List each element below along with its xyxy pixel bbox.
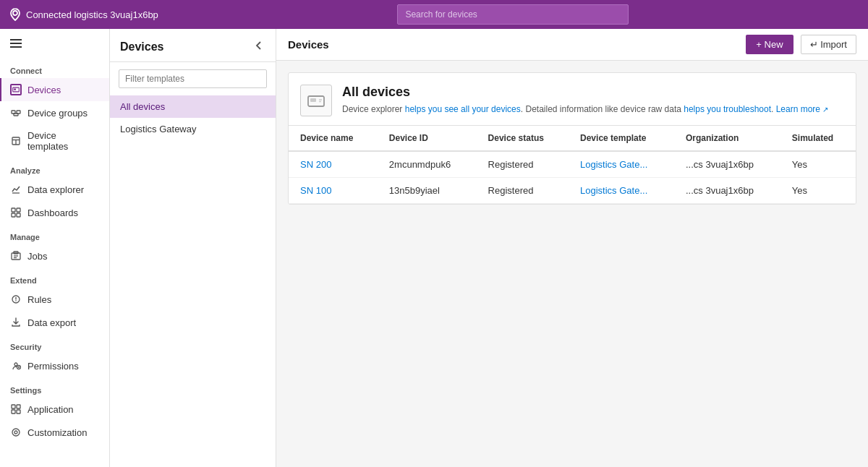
svg-rect-14 bbox=[17, 208, 20, 212]
main-layout: Connect Devices Device groups bbox=[0, 29, 868, 467]
devices-icon bbox=[10, 84, 22, 95]
explorer-icon bbox=[10, 184, 22, 195]
col-organization: Organization bbox=[674, 126, 780, 151]
content-area: Devices + New ↵ Import All bbox=[276, 29, 868, 467]
svg-point-24 bbox=[14, 363, 17, 366]
page-title: Devices bbox=[288, 38, 329, 51]
second-panel-header: Devices bbox=[110, 29, 276, 62]
sidebar-item-dashboards[interactable]: Dashboards bbox=[0, 201, 109, 224]
svg-rect-3 bbox=[10, 46, 22, 48]
import-button[interactable]: ↵ Import bbox=[801, 35, 856, 54]
sidebar-item-permissions[interactable]: Permissions bbox=[0, 354, 109, 377]
section-connect: Connect bbox=[0, 58, 109, 78]
content-toolbar: Devices + New ↵ Import bbox=[276, 29, 868, 61]
cell-device-name: SN 200 bbox=[289, 151, 378, 178]
sidebar-item-data-export[interactable]: Data export bbox=[0, 311, 109, 334]
svg-rect-8 bbox=[14, 113, 18, 116]
filter-templates-input[interactable] bbox=[119, 69, 267, 88]
svg-rect-29 bbox=[17, 405, 20, 408]
panel-nav-all-devices[interactable]: All devices bbox=[110, 95, 276, 118]
all-devices-icon bbox=[300, 85, 332, 116]
location-icon bbox=[9, 8, 22, 21]
svg-point-23 bbox=[15, 300, 17, 301]
application-icon bbox=[10, 403, 22, 415]
permissions-icon bbox=[10, 360, 22, 372]
template-link-sn200[interactable]: Logistics Gate... bbox=[580, 159, 647, 170]
sidebar-item-data-explorer[interactable]: Data explorer bbox=[0, 178, 109, 201]
section-manage: Manage bbox=[0, 224, 109, 244]
col-device-status: Device status bbox=[477, 126, 569, 151]
search-bar[interactable]: Search for devices bbox=[397, 4, 629, 25]
panel-nav-logistics-gateway[interactable]: Logistics Gateway bbox=[110, 118, 276, 140]
sidebar-item-device-templates[interactable]: Device templates bbox=[0, 124, 109, 158]
cell-device-name: SN 100 bbox=[289, 178, 378, 204]
rules-icon bbox=[10, 294, 22, 305]
cell-simulated: Yes bbox=[780, 151, 856, 178]
sidebar-item-jobs[interactable]: Jobs bbox=[0, 244, 109, 267]
sidebar-item-application[interactable]: Application bbox=[0, 398, 109, 421]
topbar: Connected logistics 3vuaj1x6bp Search fo… bbox=[0, 0, 868, 29]
hamburger-menu-button[interactable] bbox=[0, 29, 109, 58]
export-icon bbox=[10, 317, 22, 328]
cell-device-id: 13n5b9yiael bbox=[378, 178, 477, 204]
svg-rect-28 bbox=[12, 405, 15, 408]
svg-point-33 bbox=[14, 431, 17, 434]
cell-device-status: Registered bbox=[477, 178, 569, 204]
svg-rect-13 bbox=[12, 208, 15, 212]
svg-point-32 bbox=[12, 429, 20, 436]
svg-rect-15 bbox=[12, 213, 15, 217]
chevron-left-icon bbox=[254, 40, 264, 51]
cell-simulated: Yes bbox=[780, 178, 856, 204]
collapse-panel-button[interactable] bbox=[252, 39, 265, 54]
cell-device-status: Registered bbox=[477, 151, 569, 178]
device-panel-header: All devices Device explorer helps you se… bbox=[289, 73, 856, 126]
dashboard-icon bbox=[10, 207, 22, 218]
svg-point-0 bbox=[13, 11, 17, 15]
template-icon bbox=[10, 135, 22, 147]
col-device-name: Device name bbox=[289, 126, 378, 151]
group-icon bbox=[10, 107, 22, 119]
cell-device-template: Logistics Gate... bbox=[569, 178, 674, 204]
section-extend: Extend bbox=[0, 267, 109, 288]
sidebar-item-rules[interactable]: Rules bbox=[0, 288, 109, 311]
col-device-template: Device template bbox=[569, 126, 674, 151]
svg-rect-35 bbox=[310, 98, 316, 102]
cell-organization: ...cs 3vuaj1x6bp bbox=[674, 151, 780, 178]
svg-rect-5 bbox=[14, 89, 16, 90]
sidebar-item-customization[interactable]: Customization bbox=[0, 421, 109, 444]
sidebar-item-device-groups[interactable]: Device groups bbox=[0, 101, 109, 124]
table-header-row: Device name Device ID Device status Devi… bbox=[289, 126, 856, 151]
device-link-sn100[interactable]: SN 100 bbox=[300, 185, 331, 196]
table-row: SN 100 13n5b9yiael Registered Logistics … bbox=[289, 178, 856, 204]
template-link-sn100[interactable]: Logistics Gate... bbox=[580, 185, 647, 196]
device-panel-info: All devices Device explorer helps you se… bbox=[342, 85, 828, 116]
cell-device-id: 2mcunmdpuk6 bbox=[378, 151, 477, 178]
all-devices-description: Device explorer helps you see all your d… bbox=[342, 103, 828, 116]
table-row: SN 200 2mcunmdpuk6 Registered Logistics … bbox=[289, 151, 856, 178]
device-panel: All devices Device explorer helps you se… bbox=[288, 72, 856, 205]
svg-rect-16 bbox=[17, 213, 20, 217]
svg-rect-30 bbox=[12, 410, 15, 414]
section-settings: Settings bbox=[0, 377, 109, 398]
svg-rect-31 bbox=[17, 410, 20, 414]
hamburger-icon bbox=[10, 38, 22, 49]
svg-rect-2 bbox=[10, 43, 22, 44]
sidebar-item-devices[interactable]: Devices bbox=[0, 78, 109, 101]
learn-more-link[interactable]: Learn more bbox=[776, 104, 828, 114]
section-security: Security bbox=[0, 334, 109, 354]
customization-icon bbox=[10, 427, 22, 438]
jobs-icon bbox=[10, 250, 22, 262]
cell-organization: ...cs 3vuaj1x6bp bbox=[674, 178, 780, 204]
cell-device-template: Logistics Gate... bbox=[569, 151, 674, 178]
col-device-id: Device ID bbox=[378, 126, 477, 151]
second-panel-title: Devices bbox=[120, 40, 164, 53]
section-analyze: Analyze bbox=[0, 158, 109, 178]
device-link-sn200[interactable]: SN 200 bbox=[300, 159, 331, 170]
devices-table: Device name Device ID Device status Devi… bbox=[289, 126, 856, 204]
new-button[interactable]: + New bbox=[746, 35, 793, 54]
second-panel: Devices All devices Logistics Gateway bbox=[110, 29, 276, 467]
all-devices-title: All devices bbox=[342, 85, 828, 100]
svg-rect-1 bbox=[10, 39, 22, 40]
col-simulated: Simulated bbox=[780, 126, 856, 151]
brand: Connected logistics 3vuaj1x6bp bbox=[9, 8, 158, 21]
